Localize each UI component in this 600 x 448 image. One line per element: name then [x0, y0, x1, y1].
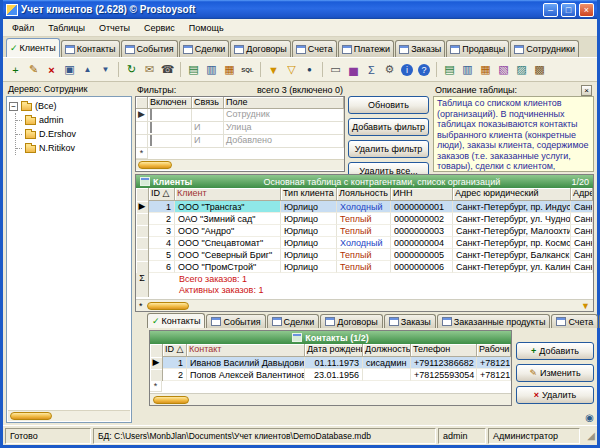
filter-icon[interactable]: ▼ [581, 301, 590, 311]
grid-view-icon[interactable]: ▩ [531, 61, 548, 78]
info-icon[interactable]: i [401, 64, 413, 76]
tab-events[interactable]: События [121, 40, 178, 57]
table-row[interactable]: 3 ООО "Андро" Юрлицо Теплый 0000000003 С… [136, 225, 593, 237]
filter-link-cell[interactable]: И [192, 135, 224, 148]
subtab-events[interactable]: События [206, 314, 265, 328]
sql-icon[interactable]: SQL [239, 61, 256, 78]
col-contact[interactable]: Контакт [187, 344, 305, 357]
tab-clients[interactable]: ✓Клиенты [6, 38, 60, 57]
filter-field-cell[interactable]: Сотрудник [224, 109, 344, 122]
help-icon[interactable]: ? [418, 64, 430, 76]
table-row[interactable]: 2 Попов Алексей Валентинович 23.01.1956 … [150, 369, 511, 381]
col-client[interactable]: Клиент [175, 188, 281, 201]
add-filter-button[interactable]: Добавить фильтр [348, 118, 429, 136]
grid-view-icon[interactable]: ▨ [513, 61, 530, 78]
close-panel-icon[interactable]: × [581, 85, 592, 96]
checkbox-icon[interactable] [150, 122, 152, 133]
tab-payments[interactable]: Платежи [338, 40, 395, 57]
col-addr-legal[interactable]: Адрес юридический [453, 188, 571, 201]
tab-invoices[interactable]: Счета [292, 40, 337, 57]
tab-deals[interactable]: Сделки [179, 40, 230, 57]
table-row[interactable]: 4 ООО "Спецавтомат" Юрлицо Холодный 0000… [136, 237, 593, 249]
subtab-contacts[interactable]: ✓Контакты [147, 313, 205, 328]
col-loyalty[interactable]: Лояльность [337, 188, 391, 201]
menu-tables[interactable]: Таблицы [41, 21, 92, 35]
menu-help[interactable]: Помощь [182, 21, 231, 35]
delete-contact-button[interactable]: ×Удалить [516, 386, 594, 404]
table-row[interactable]: 2 ОАО "Зимний сад" Юрлицо Теплый 0000000… [136, 213, 593, 225]
col-work-phone[interactable]: Рабочий т [477, 344, 511, 357]
tree-item-admin[interactable]: admin [16, 113, 129, 127]
filter-enabled-cell[interactable] [148, 135, 192, 148]
copy-icon[interactable]: ▣ [61, 61, 78, 78]
filter-field-cell[interactable]: Добавлено [224, 135, 344, 148]
refresh-button[interactable]: Обновить [348, 96, 429, 114]
scrollbar-thumb[interactable] [153, 396, 189, 404]
titlebar[interactable]: Учет клиентов (2.628) © Prostoysoft – □ … [3, 0, 597, 19]
col-addr-actual[interactable]: Адрес ф [571, 188, 593, 201]
maximize-button-icon[interactable]: □ [561, 3, 576, 17]
col-type[interactable]: Тип клиента [281, 188, 337, 201]
col-id[interactable]: ID △ [163, 344, 187, 357]
subtab-deals[interactable]: Сделки [267, 314, 320, 328]
search-icon[interactable]: ◉ [585, 412, 594, 423]
table-row[interactable]: 6 ООО "ПромСтрой" Юрлицо Теплый 00000000… [136, 261, 593, 273]
col-phone[interactable]: Телефон [411, 344, 477, 357]
table-row[interactable]: 5 ООО "Северный Бриг" Юрлицо Теплый 0000… [136, 249, 593, 261]
menu-reports[interactable]: Отчеты [92, 21, 137, 35]
grid-view-icon[interactable]: ▦ [477, 61, 494, 78]
tree-item-nritikov[interactable]: N.Ritikov [16, 141, 129, 155]
tab-agreements[interactable]: Договоры [230, 40, 290, 57]
mail-icon[interactable]: ✉ [141, 61, 158, 78]
filter-link-cell[interactable]: И [192, 122, 224, 135]
table-row[interactable]: ▶ 1 Иванов Василий Давыдович 01.11.1973 … [150, 357, 511, 369]
grid-view-icon[interactable]: ▥ [459, 61, 476, 78]
checkbox-icon[interactable] [150, 135, 152, 146]
html-export-icon[interactable]: ▦ [221, 61, 238, 78]
table-row[interactable]: ▶ 1 ООО "Трансгаз" Юрлицо Холодный 00000… [136, 201, 593, 213]
search-icon[interactable]: ● [301, 61, 318, 78]
tab-sellers[interactable]: Продавцы [446, 40, 509, 57]
col-id[interactable]: ID △ [149, 188, 175, 201]
grid-view-icon[interactable]: ▧ [495, 61, 512, 78]
subtab-ordered-products[interactable]: Заказанные продукты [437, 314, 551, 328]
filter-row[interactable]: И Добавлено [136, 135, 344, 148]
filter-field-cell[interactable]: Улица [224, 122, 344, 135]
checkbox-icon[interactable] [150, 109, 152, 120]
filter-enabled-cell[interactable] [148, 109, 192, 122]
sum-icon[interactable]: Σ [363, 61, 380, 78]
subtab-invoices[interactable]: Счета [551, 314, 598, 328]
move-up-icon[interactable]: ▲ [79, 61, 96, 78]
minimize-button-icon[interactable]: – [543, 3, 558, 17]
collapse-icon[interactable]: − [9, 102, 18, 111]
grid-view-icon[interactable]: ▤ [441, 61, 458, 78]
delete-icon[interactable]: × [43, 61, 60, 78]
word-export-icon[interactable]: ▥ [203, 61, 220, 78]
filter-row[interactable]: ▶ Сотрудник [136, 109, 344, 122]
print-icon[interactable]: ▭ [327, 61, 344, 78]
filters-horizontal-scrollbar[interactable] [136, 159, 344, 170]
excel-export-icon[interactable]: ▤ [185, 61, 202, 78]
refresh-icon[interactable]: ↻ [123, 61, 140, 78]
subtab-orders[interactable]: Заказы [384, 314, 436, 328]
edit-icon[interactable]: ✎ [25, 61, 42, 78]
settings-icon[interactable]: ⚙ [381, 61, 398, 78]
move-down-icon[interactable]: ▼ [97, 61, 114, 78]
tab-employees[interactable]: Сотрудники [510, 40, 579, 57]
scrollbar-thumb[interactable] [147, 302, 189, 310]
close-button-icon[interactable]: × [579, 3, 594, 17]
filter-enabled-cell[interactable] [148, 122, 192, 135]
chart-icon[interactable]: ▅ [345, 61, 362, 78]
scrollbar-thumb[interactable] [10, 412, 52, 420]
tab-contacts[interactable]: Контакты [61, 40, 120, 57]
menu-service[interactable]: Сервис [137, 21, 182, 35]
resize-grip-icon[interactable]: ◢ [582, 430, 595, 441]
tab-orders[interactable]: Заказы [395, 40, 445, 57]
tree-item-dershov[interactable]: D.Ershov [16, 127, 129, 141]
col-birthdate[interactable]: Дата рождения [305, 344, 363, 357]
col-inn[interactable]: ИНН [391, 188, 453, 201]
phone-icon[interactable]: ☎ [159, 61, 176, 78]
tree-horizontal-scrollbar[interactable] [8, 410, 130, 421]
menu-file[interactable]: Файл [5, 21, 41, 35]
clear-filter-icon[interactable]: ▽ [283, 61, 300, 78]
